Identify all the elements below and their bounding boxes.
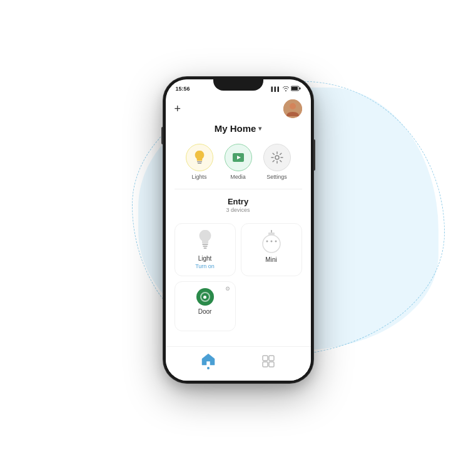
svg-point-18: [275, 241, 276, 242]
svg-rect-2: [299, 88, 300, 89]
room-name: Entry: [175, 197, 302, 206]
light-device-name: Light: [198, 255, 212, 262]
avatar[interactable]: [283, 99, 302, 118]
phone-outer: 15:56 ▌▌▌: [163, 77, 313, 383]
phone-mockup: 15:56 ▌▌▌: [163, 77, 313, 383]
door-icon: [196, 288, 214, 306]
scenes-nav-icon: [262, 355, 275, 368]
category-lights[interactable]: Lights: [186, 144, 213, 180]
battery-icon: [291, 86, 301, 92]
settings-label: Settings: [266, 174, 287, 180]
home-title-text: My Home: [215, 123, 256, 134]
device-card-mini[interactable]: Mini: [241, 223, 302, 276]
add-button[interactable]: +: [175, 103, 181, 114]
mini-icon: [260, 230, 283, 254]
svg-point-16: [266, 241, 268, 242]
status-time: 15:56: [176, 86, 190, 92]
phone-notch: [213, 77, 263, 91]
svg-rect-22: [269, 362, 274, 367]
device-card-door[interactable]: ⚙ Door: [175, 281, 236, 331]
signal-icon: ▌▌▌: [271, 87, 281, 91]
mini-icon-container: [260, 230, 283, 254]
svg-rect-6: [198, 163, 201, 164]
svg-rect-19: [263, 356, 268, 361]
devices-grid: Light Turn on: [166, 218, 311, 336]
lights-icon-wrap: [186, 144, 213, 171]
nav-scenes[interactable]: [262, 355, 275, 368]
svg-rect-11: [203, 246, 207, 247]
media-icon-wrap: [225, 144, 252, 171]
lights-label: Lights: [191, 174, 206, 180]
home-nav-icon: [201, 353, 215, 366]
svg-rect-12: [203, 248, 206, 249]
door-device-name: Door: [198, 308, 212, 315]
screen: 15:56 ▌▌▌: [166, 79, 311, 381]
wifi-icon: [283, 86, 289, 92]
dropdown-chevron-icon: ▾: [258, 125, 261, 132]
svg-rect-21: [263, 362, 268, 367]
bottom-nav: [166, 346, 311, 381]
phone-inner: 15:56 ▌▌▌: [166, 79, 311, 381]
door-lock-dot: [203, 296, 206, 299]
settings-icon-wrap: [263, 144, 291, 171]
scene: 15:56 ▌▌▌: [0, 0, 476, 460]
room-device-count: 3 devices: [175, 207, 302, 213]
svg-point-4: [290, 103, 296, 109]
light-device-action[interactable]: Turn on: [195, 263, 215, 269]
svg-point-15: [263, 235, 280, 252]
spacer: [166, 336, 311, 346]
svg-rect-20: [269, 356, 274, 361]
media-label: Media: [230, 174, 246, 180]
categories-row: Lights Media: [166, 141, 311, 189]
svg-rect-1: [291, 87, 298, 90]
nav-home[interactable]: [201, 353, 215, 369]
svg-point-9: [275, 156, 279, 159]
door-lock-ring: [200, 292, 210, 302]
svg-point-17: [270, 241, 272, 242]
door-settings-icon[interactable]: ⚙: [225, 286, 230, 292]
room-section: Entry 3 devices: [166, 189, 311, 218]
mini-device-name: Mini: [265, 256, 276, 263]
category-media[interactable]: Media: [225, 144, 252, 180]
category-settings[interactable]: Settings: [263, 144, 291, 180]
home-title-row[interactable]: My Home ▾: [166, 121, 311, 141]
svg-rect-10: [202, 244, 208, 245]
nav-home-dot: [207, 367, 210, 369]
device-card-light[interactable]: Light Turn on: [175, 223, 236, 276]
bulb-icon: [197, 230, 213, 252]
status-icons: ▌▌▌: [271, 86, 301, 92]
svg-rect-5: [197, 161, 202, 162]
app-header: +: [166, 94, 311, 121]
